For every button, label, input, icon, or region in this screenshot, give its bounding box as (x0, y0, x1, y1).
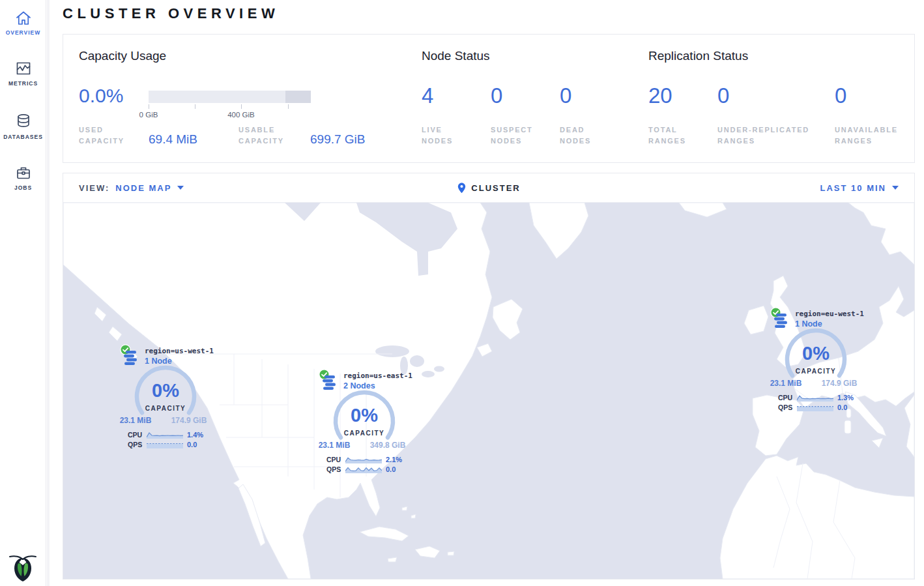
total-capacity-value: 174.9 GiB (815, 379, 864, 388)
location-pin-icon (457, 182, 467, 194)
qps-label: QPS (326, 465, 343, 473)
sidebar-item-jobs[interactable]: JOBS (0, 164, 46, 191)
sidebar-item-label: JOBS (0, 184, 46, 191)
view-label: VIEW: (79, 183, 109, 193)
sidebar-item-label: METRICS (0, 80, 46, 87)
usable-capacity-value: 699.7 GiB (310, 132, 366, 147)
dead-nodes-label: DEAD NODES (560, 125, 605, 147)
node-map-panel: VIEW: NODE MAP CLUSTER LAST 10 MIN (63, 173, 915, 579)
capacity-bar: 0 GiB 400 GiB (149, 91, 311, 103)
cluster-stats-panel: Capacity Usage 0.0% 0 GiB 400 GiB USED C… (63, 34, 915, 163)
capacity-tick-label: 400 GiB (222, 111, 261, 119)
chevron-down-icon[interactable] (177, 186, 184, 190)
metrics-chart-icon (14, 60, 33, 77)
time-range-dropdown[interactable]: LAST 10 MIN (820, 183, 899, 193)
capacity-label: CAPACITY (132, 405, 199, 412)
cockroachdb-admin-ui: OVERVIEW METRICS DATABASES JOBS (0, 0, 924, 586)
cpu-sparkline (147, 432, 183, 439)
cpu-value: 1.4% (187, 431, 203, 439)
cpu-label: CPU (778, 394, 795, 402)
node-card-us-east-1[interactable]: region=us-east-1 2 Nodes 0% CAPACITY 23.… (317, 368, 431, 478)
sidebar-item-metrics[interactable]: METRICS (0, 60, 46, 87)
live-nodes-value: 4 (422, 84, 433, 108)
replication-status-title: Replication Status (648, 49, 748, 63)
used-value: 23.1 MiB (310, 441, 359, 450)
cpu-value: 2.1% (386, 456, 402, 463)
total-capacity-value: 174.9 GiB (164, 416, 214, 425)
total-capacity-value: 349.8 GiB (363, 441, 412, 450)
sidebar-divider (47, 0, 50, 586)
under-replicated-ranges-value: 0 (717, 84, 729, 108)
capacity-tick-label: 0 GiB (129, 111, 168, 119)
database-icon (14, 112, 33, 130)
node-map[interactable]: region=us-west-1 1 Node 0% CAPACITY 23.1… (63, 203, 914, 579)
time-range-label: LAST 10 MIN (820, 183, 886, 193)
briefcase-icon (14, 164, 33, 181)
cpu-label: CPU (128, 431, 145, 439)
node-status-title: Node Status (422, 49, 490, 63)
capacity-percent: 0% (132, 380, 199, 402)
region-label: region=us-east-1 (343, 372, 412, 380)
qps-value: 0.0 (187, 441, 197, 448)
capacity-percent: 0.0% (79, 84, 123, 108)
node-card-eu-west-1[interactable]: region=eu-west-1 1 Node 0% CAPACITY 23.1… (769, 306, 883, 417)
cpu-sparkline (797, 394, 833, 402)
node-card-us-west-1[interactable]: region=us-west-1 1 Node 0% CAPACITY 23.1… (119, 343, 233, 454)
home-icon (14, 9, 33, 26)
used-capacity-label: USED CAPACITY (79, 125, 139, 147)
unavailable-ranges-value: 0 (835, 84, 846, 108)
sidebar: OVERVIEW METRICS DATABASES JOBS (0, 0, 46, 586)
breadcrumb: CLUSTER (457, 182, 520, 194)
chevron-down-icon (892, 186, 899, 190)
sidebar-item-overview[interactable]: OVERVIEW (0, 9, 46, 36)
qps-sparkline (797, 404, 833, 411)
used-value: 23.1 MiB (111, 416, 160, 425)
breadcrumb-cluster[interactable]: CLUSTER (471, 183, 520, 193)
capacity-usage-title: Capacity Usage (79, 49, 166, 63)
qps-label: QPS (778, 403, 795, 411)
capacity-percent: 0% (782, 343, 850, 364)
used-capacity-value: 69.4 MiB (149, 132, 197, 147)
usable-capacity-label: USABLE CAPACITY (238, 125, 298, 147)
qps-sparkline (147, 441, 183, 448)
qps-value: 0.0 (386, 465, 396, 473)
cpu-label: CPU (326, 456, 343, 463)
cpu-sparkline (345, 456, 382, 463)
dead-nodes-value: 0 (560, 84, 571, 108)
region-label: region=eu-west-1 (795, 310, 864, 318)
sidebar-item-label: DATABASES (0, 134, 46, 140)
page-title: CLUSTER OVERVIEW (63, 5, 279, 22)
suspect-nodes-value: 0 (491, 84, 502, 108)
capacity-label: CAPACITY (782, 368, 850, 375)
qps-value: 0.0 (837, 403, 847, 411)
total-ranges-label: TOTAL RANGES (648, 125, 694, 147)
map-toolbar: VIEW: NODE MAP CLUSTER LAST 10 MIN (63, 173, 914, 203)
qps-sparkline (345, 466, 382, 473)
capacity-percent: 0% (330, 405, 398, 426)
unavailable-ranges-label: UNAVAILABLE RANGES (835, 125, 906, 147)
region-label: region=us-west-1 (145, 347, 214, 355)
qps-label: QPS (128, 441, 145, 448)
total-ranges-value: 20 (648, 84, 672, 108)
sidebar-item-label: OVERVIEW (0, 29, 46, 36)
sidebar-item-databases[interactable]: DATABASES (0, 112, 46, 140)
cockroachdb-logo (8, 549, 37, 582)
suspect-nodes-label: SUSPECT NODES (491, 125, 541, 147)
used-value: 23.1 MiB (761, 379, 811, 388)
view-dropdown[interactable]: NODE MAP (115, 183, 171, 193)
cpu-value: 1.3% (837, 394, 854, 402)
live-nodes-label: LIVE NODES (422, 125, 467, 147)
under-replicated-ranges-label: UNDER-REPLICATED RANGES (717, 125, 818, 147)
capacity-label: CAPACITY (330, 430, 398, 437)
